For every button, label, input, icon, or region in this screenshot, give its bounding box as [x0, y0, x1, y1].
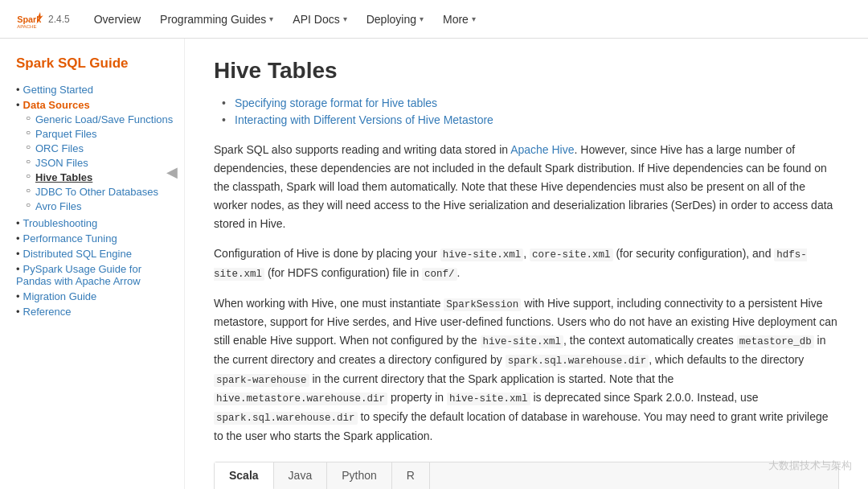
brand-logo[interactable]: Spark APACHE 2.4.5 [16, 5, 70, 34]
code-conf: conf/ [422, 268, 457, 281]
dropdown-arrow: ▾ [269, 14, 273, 23]
sidebar-item-troubleshooting[interactable]: •Troubleshooting [16, 217, 176, 229]
sidebar-item-reference[interactable]: •Reference [16, 306, 176, 318]
sidebar-item-getting-started[interactable]: •Getting Started [16, 84, 176, 96]
nav-programming-guides[interactable]: Programming Guides ▾ [152, 10, 281, 29]
para-1: Spark SQL also supports reading and writ… [214, 141, 839, 233]
sidebar-item-pyspark[interactable]: •PySpark Usage Guide for Pandas with Apa… [16, 263, 176, 287]
code-hive-site-2: hive-site.xml [481, 335, 564, 348]
toc-link-storage-format[interactable]: Specifying storage format for Hive table… [235, 97, 437, 109]
sidebar-item-distributed-sql[interactable]: •Distributed SQL Engine [16, 248, 176, 260]
code-metastore-warehouse: hive.metastore.warehouse.dir [214, 392, 387, 405]
sidebar-item-performance-tuning[interactable]: •Performance Tuning [16, 232, 176, 244]
sidebar-item-generic-load[interactable]: Generic Load/Save Functions [27, 113, 176, 125]
tab-python[interactable]: Python [327, 462, 392, 489]
tab-r[interactable]: R [392, 462, 430, 489]
sidebar-item-avro[interactable]: Avro Files [27, 200, 176, 212]
para-3: When working with Hive, one must instant… [214, 294, 839, 446]
toc-item-storage-format[interactable]: Specifying storage format for Hive table… [222, 97, 839, 109]
page-title: Hive Tables [214, 58, 839, 84]
tab-scala[interactable]: Scala [215, 462, 274, 489]
tab-bar: Scala Java Python R [215, 462, 838, 489]
sidebar-item-hive-tables[interactable]: Hive Tables [27, 171, 176, 183]
svg-text:Spark: Spark [17, 14, 42, 23]
code-warehouse-dir: spark.sql.warehouse.dir [506, 355, 649, 368]
code-tabs: Scala Java Python R import java.io.File … [214, 462, 839, 489]
spark-version: 2.4.5 [48, 14, 70, 25]
code-sparksession: SparkSession [444, 298, 521, 311]
sidebar-item-json[interactable]: JSON Files [27, 157, 176, 169]
sidebar: Spark SQL Guide •Getting Started •Data S… [0, 39, 185, 489]
para-2: Configuration of Hive is done by placing… [214, 244, 839, 282]
code-hive-site: hive-site.xml [440, 249, 524, 261]
svg-text:APACHE: APACHE [17, 23, 36, 28]
sidebar-item-parquet[interactable]: Parquet Files [27, 128, 176, 140]
code-core-site: core-site.xml [530, 249, 613, 261]
sidebar-item-data-sources[interactable]: •Data Sources ◀ Generic Load/Save Functi… [16, 99, 176, 212]
nav-overview[interactable]: Overview [86, 10, 149, 29]
main-container: Spark SQL Guide •Getting Started •Data S… [0, 39, 868, 489]
code-warehouse-dir-2: spark.sql.warehouse.dir [214, 412, 358, 425]
dropdown-arrow: ▾ [343, 14, 347, 23]
nav-deploying[interactable]: Deploying ▾ [358, 10, 432, 29]
code-hive-site-3: hive-site.xml [447, 392, 530, 405]
nav-links: Overview Programming Guides ▾ API Docs ▾… [86, 10, 484, 29]
nav-more[interactable]: More ▾ [435, 10, 484, 29]
tab-java[interactable]: Java [274, 462, 328, 489]
toc-link-hive-metastore[interactable]: Interacting with Different Versions of H… [235, 113, 493, 126]
code-metastore-db: metastore_db [737, 335, 814, 348]
sidebar-title: Spark SQL Guide [16, 55, 176, 72]
navbar: Spark APACHE 2.4.5 Overview Programming … [0, 0, 868, 39]
apache-hive-link[interactable]: Apache Hive [510, 143, 574, 156]
main-content: Hive Tables Specifying storage format fo… [185, 39, 868, 489]
data-sources-subnav: Generic Load/Save Functions Parquet File… [16, 113, 176, 212]
sidebar-item-jdbc[interactable]: JDBC To Other Databases [27, 186, 176, 198]
nav-api-docs[interactable]: API Docs ▾ [285, 10, 354, 29]
sidebar-nav: •Getting Started •Data Sources ◀ Generic… [16, 84, 176, 318]
toc-list: Specifying storage format for Hive table… [214, 97, 839, 126]
sidebar-item-orc[interactable]: ORC Files [27, 142, 176, 154]
code-spark-warehouse: spark-warehouse [214, 374, 309, 387]
sidebar-item-migration[interactable]: •Migration Guide [16, 290, 176, 302]
toc-item-hive-metastore[interactable]: Interacting with Different Versions of H… [222, 113, 839, 126]
dropdown-arrow: ▾ [472, 14, 476, 23]
dropdown-arrow: ▾ [420, 14, 424, 23]
